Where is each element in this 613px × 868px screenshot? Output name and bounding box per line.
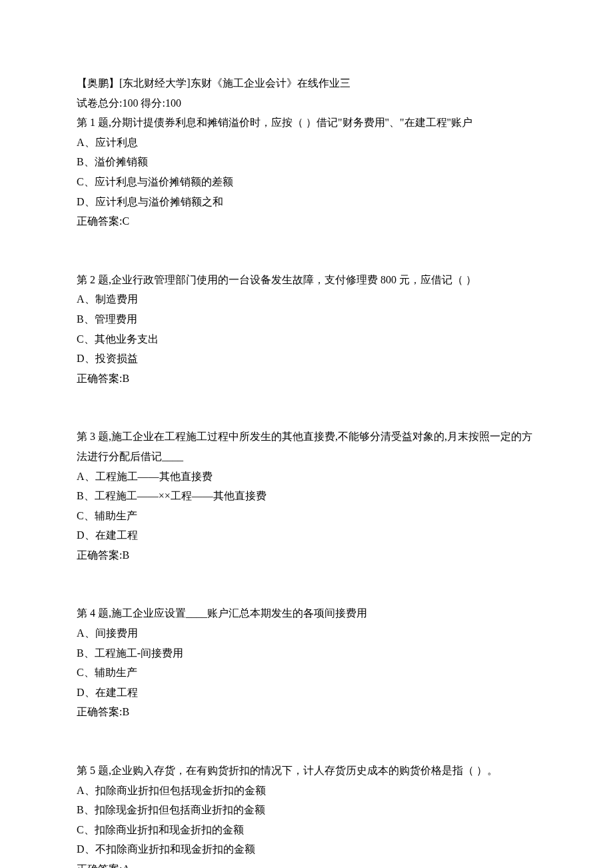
score-line: 试卷总分:100 得分:100: [77, 93, 536, 113]
option-b: B、管理费用: [77, 309, 536, 329]
question-text: 第 1 题,分期计提债券利息和摊销溢价时，应按（ ）借记"财务费用"、"在建工程…: [77, 113, 536, 133]
spacer: [77, 565, 536, 603]
option-c: C、其他业务支出: [77, 329, 536, 349]
spacer: [77, 722, 536, 761]
answer: 正确答案:C: [77, 211, 536, 231]
option-d: D、在建工程: [77, 683, 536, 703]
option-d: D、投资损益: [77, 349, 536, 369]
option-a: A、制造费用: [77, 289, 536, 309]
answer: 正确答案:B: [77, 369, 536, 389]
answer: 正确答案:A: [77, 859, 536, 868]
option-d: D、在建工程: [77, 525, 536, 545]
question-2: 第 2 题,企业行政管理部门使用的一台设备发生故障，支付修理费 800 元，应借…: [77, 270, 536, 389]
option-c: C、辅助生产: [77, 506, 536, 526]
answer: 正确答案:B: [77, 702, 536, 722]
document-title: 【奥鹏】[东北财经大学]东财《施工企业会计》在线作业三: [77, 73, 536, 93]
question-text: 第 4 题,施工企业应设置____账户汇总本期发生的各项间接费用: [77, 603, 536, 623]
question-3: 第 3 题,施工企业在工程施工过程中所发生的其他直接费,不能够分清受益对象的,月…: [77, 427, 536, 565]
spacer: [77, 388, 536, 427]
question-1: 第 1 题,分期计提债券利息和摊销溢价时，应按（ ）借记"财务费用"、"在建工程…: [77, 113, 536, 231]
option-b: B、工程施工-间接费用: [77, 643, 536, 663]
option-c: C、辅助生产: [77, 663, 536, 683]
answer: 正确答案:B: [77, 545, 536, 565]
option-b: B、工程施工——××工程——其他直接费: [77, 486, 536, 506]
option-b: B、溢价摊销额: [77, 152, 536, 172]
option-a: A、应计利息: [77, 133, 536, 153]
option-d: D、应计利息与溢价摊销额之和: [77, 192, 536, 212]
option-c: C、扣除商业折扣和现金折扣的金额: [77, 820, 536, 840]
question-text: 第 2 题,企业行政管理部门使用的一台设备发生故障，支付修理费 800 元，应借…: [77, 270, 536, 290]
option-a: A、扣除商业折扣但包括现金折扣的金额: [77, 781, 536, 801]
option-c: C、应计利息与溢价摊销额的差额: [77, 172, 536, 192]
option-a: A、工程施工——其他直接费: [77, 467, 536, 487]
option-d: D、不扣除商业折扣和现金折扣的金额: [77, 839, 536, 859]
question-text: 第 3 题,施工企业在工程施工过程中所发生的其他直接费,不能够分清受益对象的,月…: [77, 427, 536, 466]
question-5: 第 5 题,企业购入存货，在有购货折扣的情况下，计人存货历史成本的购货价格是指（…: [77, 761, 536, 868]
question-text: 第 5 题,企业购入存货，在有购货折扣的情况下，计人存货历史成本的购货价格是指（…: [77, 761, 536, 781]
option-b: B、扣除现金折扣但包括商业折扣的金额: [77, 800, 536, 820]
spacer: [77, 231, 536, 270]
question-4: 第 4 题,施工企业应设置____账户汇总本期发生的各项间接费用 A、间接费用 …: [77, 603, 536, 722]
option-a: A、间接费用: [77, 623, 536, 643]
